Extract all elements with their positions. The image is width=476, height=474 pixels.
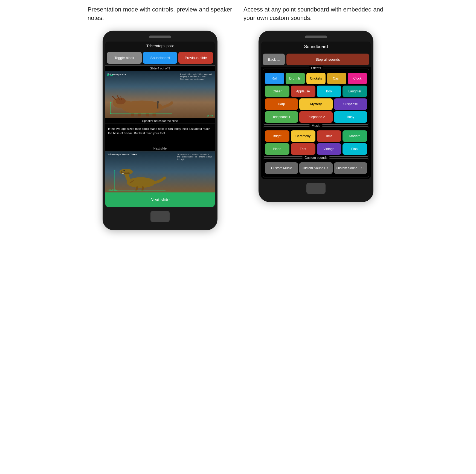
back-button[interactable]: Back ... xyxy=(263,54,285,65)
next-slide-button[interactable]: Next slide xyxy=(105,192,215,207)
custom-sound-fx1-button[interactable]: Custom Sound FX I xyxy=(299,162,332,174)
speaker-notes-label: Speaker notes for the slide xyxy=(105,118,215,124)
slide-counter: Slide 4 out of 9 xyxy=(105,66,215,71)
phone-notch-right xyxy=(305,36,327,38)
speaker-notes-text: If the average sized man could stand nex… xyxy=(105,124,215,146)
svg-rect-9 xyxy=(146,113,149,116)
next-slide-label: Next slide xyxy=(105,146,215,151)
music-final-button[interactable]: Final xyxy=(343,143,367,155)
slide-description: Around 10 feet high, 26 feet long, and w… xyxy=(180,73,213,80)
next-slide-title: Triceratops Versus T-Rex xyxy=(108,153,137,156)
soundboard-button[interactable]: Soundboard xyxy=(143,52,178,64)
effects-section: Effects Roll Drum fill Crickets Cash Clo… xyxy=(263,69,369,125)
right-caption: Access at any point soundboard with embe… xyxy=(243,5,388,22)
custom-sounds-section: Custom sounds Custom Music Custom Sound … xyxy=(263,158,369,177)
next-slide-section: Next slide Triceratops Versus T-Rex Size… xyxy=(105,146,215,192)
slide-preview: Triceratops size Around 10 feet high, 26… xyxy=(105,71,215,118)
triceratops-svg xyxy=(108,89,176,116)
soundboard-title: Soundboard xyxy=(261,42,371,52)
music-section: Music Bright Ceremony Time Modern Piano … xyxy=(263,126,369,157)
effects-grid: Roll Drum fill Crickets Cash Clock Cheer… xyxy=(265,73,367,123)
left-caption: Presentation mode with controls, preview… xyxy=(88,5,233,22)
custom-music-button[interactable]: Custom Music xyxy=(265,162,298,174)
effect-boo-button[interactable]: Boo xyxy=(317,86,341,97)
effect-harp-button[interactable]: Harp xyxy=(265,98,298,110)
effect-telephone1-button[interactable]: Telephone 1 xyxy=(265,111,298,123)
svg-rect-11 xyxy=(157,103,158,109)
next-slide-preview: Triceratops Versus T-Rex Size comparison… xyxy=(105,151,215,192)
presentation-title: Triceratops.pptx xyxy=(105,42,215,50)
phone-home-button-left[interactable] xyxy=(150,211,170,222)
phone-notch-left xyxy=(149,36,171,38)
page-wrapper: Presentation mode with controls, preview… xyxy=(88,5,388,230)
effect-suspense-button[interactable]: Suspense xyxy=(334,98,367,110)
previous-slide-button[interactable]: Previous slide xyxy=(178,52,213,64)
right-column: Access at any point soundboard with embe… xyxy=(243,5,388,230)
trex-svg xyxy=(108,166,174,191)
back-stop-row: Back ... Stop all sounds xyxy=(261,52,371,67)
music-modern-button[interactable]: Modern xyxy=(343,130,367,142)
right-phone: Soundboard Back ... Stop all sounds Effe… xyxy=(259,31,373,202)
effect-cash-button[interactable]: Cash xyxy=(327,73,346,84)
effect-applause-button[interactable]: Applause xyxy=(291,86,315,97)
custom-grid: Custom Music Custom Sound FX I Custom So… xyxy=(265,162,367,174)
effect-clock-button[interactable]: Clock xyxy=(348,73,367,84)
toggle-black-button[interactable]: Toggle black xyxy=(107,52,142,64)
music-bright-button[interactable]: Bright xyxy=(265,130,289,142)
effect-crickets-button[interactable]: Crickets xyxy=(306,73,326,84)
music-time-button[interactable]: Time xyxy=(317,130,341,142)
dino-slide-bg: Triceratops size Around 10 feet high, 26… xyxy=(105,71,215,118)
music-grid: Bright Ceremony Time Modern Piano Fast V… xyxy=(265,130,367,155)
svg-point-19 xyxy=(123,170,125,171)
svg-point-3 xyxy=(116,97,126,104)
effects-label: Effects xyxy=(309,66,323,70)
music-fast-button[interactable]: Fast xyxy=(291,143,315,155)
svg-rect-7 xyxy=(131,113,134,116)
size-bottom-label: 26 feet xyxy=(207,115,213,117)
music-ceremony-button[interactable]: Ceremony xyxy=(291,130,315,142)
music-label: Music xyxy=(309,124,322,128)
size-top-label: 10 feet xyxy=(107,74,113,76)
next-slide-desc: Size comparison between Triceratops and … xyxy=(177,153,213,160)
effect-cheer-button[interactable]: Cheer xyxy=(265,86,289,97)
phone-home-button-right[interactable] xyxy=(306,183,326,194)
svg-rect-8 xyxy=(138,113,141,116)
effect-telephone2-button[interactable]: Telephone 2 xyxy=(299,111,332,123)
effect-roll-button[interactable]: Roll xyxy=(265,73,284,84)
slide-section: Slide 4 out of 9 Triceratops size Around… xyxy=(105,65,215,118)
effect-laughter-button[interactable]: Laughter xyxy=(343,86,367,97)
effect-busy-button[interactable]: Busy xyxy=(334,111,367,123)
left-column: Presentation mode with controls, preview… xyxy=(88,5,233,230)
stop-all-sounds-button[interactable]: Stop all sounds xyxy=(286,54,369,65)
custom-sound-fx2-button[interactable]: Custom Sound FX II xyxy=(334,162,367,174)
effect-mystery-button[interactable]: Mystery xyxy=(299,98,332,110)
right-screen: Soundboard Back ... Stop all sounds Effe… xyxy=(261,42,371,179)
left-screen: Triceratops.pptx Toggle black Soundboard… xyxy=(105,42,215,207)
custom-sounds-label: Custom sounds xyxy=(302,156,329,160)
svg-rect-10 xyxy=(153,113,156,116)
svg-line-21 xyxy=(143,187,143,191)
music-vintage-button[interactable]: Vintage xyxy=(317,143,341,155)
svg-point-12 xyxy=(157,101,159,103)
top-buttons-row: Toggle black Soundboard Previous slide xyxy=(105,50,215,65)
speaker-notes-section: Speaker notes for the slide If the avera… xyxy=(105,118,215,146)
music-piano-button[interactable]: Piano xyxy=(265,143,289,155)
left-phone: Triceratops.pptx Toggle black Soundboard… xyxy=(103,31,217,230)
effect-drumfill-button[interactable]: Drum fill xyxy=(286,73,305,84)
